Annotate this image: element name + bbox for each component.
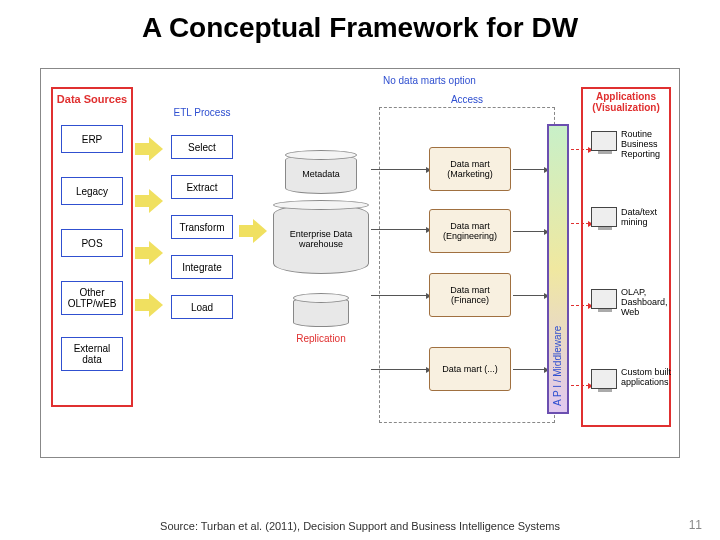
app-olap: OLAP, Dashboard, Web bbox=[621, 287, 681, 317]
app-icon-custom bbox=[591, 369, 617, 389]
mart-marketing: Data mart (Marketing) bbox=[429, 147, 511, 191]
applications-label: Applications (Visualization) bbox=[583, 91, 669, 113]
etl-group: ETL Process Select Extract Transform Int… bbox=[167, 129, 237, 349]
etl-label: ETL Process bbox=[167, 107, 237, 118]
replication-label: Replication bbox=[285, 333, 357, 344]
app-custom: Custom built applications bbox=[621, 367, 681, 387]
slide-title: A Conceptual Framework for DW bbox=[0, 0, 720, 52]
arrow-src-etl-4 bbox=[135, 291, 165, 319]
mart-engineering: Data mart (Engineering) bbox=[429, 209, 511, 253]
arrow-src-etl-3 bbox=[135, 239, 165, 267]
edw-cylinder: Enterprise Data warehouse bbox=[273, 204, 369, 274]
arrow-src-etl-2 bbox=[135, 187, 165, 215]
etl-integrate: Integrate bbox=[171, 255, 233, 279]
framework-diagram: Data Sources ERP Legacy POS Other OLTP/w… bbox=[40, 68, 680, 458]
source-citation: Source: Turban et al. (2011), Decision S… bbox=[0, 520, 720, 532]
app-icon-olap bbox=[591, 289, 617, 309]
data-sources-group: Data Sources ERP Legacy POS Other OLTP/w… bbox=[51, 87, 133, 407]
source-other: Other OLTP/wEB bbox=[61, 281, 123, 315]
api-label: A P I / Middleware bbox=[552, 326, 563, 406]
no-data-marts-label: No data marts option bbox=[383, 75, 669, 86]
arrow-edw-mart-3 bbox=[371, 295, 427, 296]
access-label: Access bbox=[380, 94, 554, 105]
etl-load: Load bbox=[171, 295, 233, 319]
mart-generic: Data mart (...) bbox=[429, 347, 511, 391]
data-sources-label: Data Sources bbox=[53, 93, 131, 105]
arrow-edw-mart-4 bbox=[371, 369, 427, 370]
etl-select: Select bbox=[171, 135, 233, 159]
arrow-mart-api-1 bbox=[513, 169, 545, 170]
app-reporting: Routine Business Reporting bbox=[621, 129, 681, 159]
arrow-edw-mart-1 bbox=[371, 169, 427, 170]
app-icon-reporting bbox=[591, 131, 617, 151]
arrow-edw-mart-2 bbox=[371, 229, 427, 230]
applications-group: Applications (Visualization) Routine Bus… bbox=[581, 87, 671, 427]
page-number: 11 bbox=[689, 518, 702, 532]
arrow-mart-api-4 bbox=[513, 369, 545, 370]
source-erp: ERP bbox=[61, 125, 123, 153]
etl-extract: Extract bbox=[171, 175, 233, 199]
app-icon-mining bbox=[591, 207, 617, 227]
arrow-src-etl-1 bbox=[135, 135, 165, 163]
arrow-mart-api-2 bbox=[513, 231, 545, 232]
app-mining: Data/text mining bbox=[621, 207, 681, 227]
metadata-cylinder: Metadata bbox=[285, 154, 357, 194]
replication-cylinder bbox=[293, 297, 349, 327]
mart-finance: Data mart (Finance) bbox=[429, 273, 511, 317]
source-legacy: Legacy bbox=[61, 177, 123, 205]
etl-transform: Transform bbox=[171, 215, 233, 239]
source-pos: POS bbox=[61, 229, 123, 257]
arrow-mart-api-3 bbox=[513, 295, 545, 296]
middleware-bar: A P I / Middleware bbox=[547, 124, 569, 414]
source-external: External data bbox=[61, 337, 123, 371]
